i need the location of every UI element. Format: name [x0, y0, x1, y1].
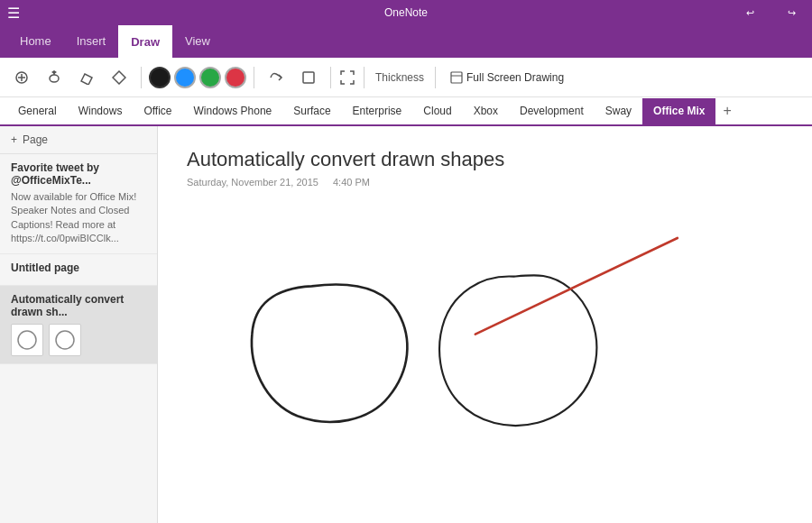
sep2 [254, 67, 254, 88]
nav-tab-enterprise[interactable]: Enterprise [342, 98, 413, 125]
svg-point-11 [18, 331, 36, 349]
sep3 [330, 67, 331, 88]
undo-btn[interactable]: ↩ [729, 0, 770, 25]
fullscreen-icon [450, 71, 463, 84]
page-title-untitled: Untitled page [11, 262, 146, 274]
tab-draw[interactable]: Draw [118, 25, 172, 58]
drawing-svg [187, 209, 783, 498]
svg-rect-8 [303, 72, 314, 83]
fullscreen-drawing-btn[interactable]: Full Screen Drawing [443, 68, 571, 87]
expand-icon [340, 70, 355, 85]
sep4 [364, 67, 364, 88]
nav-tab-xbox[interactable]: Xbox [463, 98, 509, 125]
drawing-canvas[interactable] [187, 209, 783, 498]
tab-insert[interactable]: Insert [64, 25, 119, 58]
eraser-icon [79, 70, 94, 85]
page-title-autoconvert: Automatically convert drawn sh... [11, 293, 146, 318]
thickness-label: Thickness [375, 71, 424, 84]
plus-icon: + [11, 133, 17, 146]
svg-marker-7 [113, 71, 125, 84]
svg-point-12 [56, 331, 74, 349]
add-page-btn[interactable]: + Page [0, 126, 157, 154]
page-preview-favtweet: Now available for Office Mix! Speaker No… [11, 190, 146, 246]
page-title-favtweet: Favorite tweet by @OfficeMixTe... [11, 161, 146, 187]
app-title: OneNote [384, 6, 428, 19]
window-controls: ↩ ↪ [729, 0, 812, 25]
lasso-icon [47, 70, 61, 85]
shape-convert-btn[interactable] [294, 63, 323, 92]
color-red[interactable] [225, 67, 246, 88]
svg-marker-5 [51, 70, 57, 74]
add-tab-btn[interactable]: + [715, 99, 738, 123]
sidebar-page-favtweet[interactable]: Favorite tweet by @OfficeMixTe... Now av… [0, 154, 157, 254]
page-meta: Saturday, November 21, 2015 4:40 PM [187, 177, 783, 188]
content-area: Automatically convert drawn shapes Satur… [158, 126, 812, 523]
ink-options-icon [269, 70, 283, 85]
undo-icon: ↩ [746, 7, 754, 19]
lasso-tool[interactable] [40, 63, 69, 92]
highlighter-icon [112, 70, 126, 85]
page-heading: Automatically convert drawn shapes [187, 148, 783, 171]
nav-tabs: General Windows Office Windows Phone Sur… [0, 97, 812, 126]
redo-btn[interactable]: ↪ [770, 0, 812, 25]
tab-home[interactable]: Home [7, 25, 64, 58]
ink-options-btn[interactable] [262, 63, 291, 92]
nav-tab-office[interactable]: Office [133, 98, 182, 125]
title-bar: ☰ OneNote ↩ ↪ [0, 0, 812, 25]
nav-tab-cloud[interactable]: Cloud [412, 98, 462, 125]
nav-tab-windows[interactable]: Windows [68, 98, 134, 125]
sep5 [435, 67, 436, 88]
shape-convert-icon [301, 70, 316, 85]
select-tool[interactable] [7, 63, 36, 92]
nav-tab-surface[interactable]: Surface [282, 98, 341, 125]
sidebar: + Page Favorite tweet by @OfficeMixTe...… [0, 126, 158, 523]
svg-line-13 [475, 238, 678, 335]
main-layout: + Page Favorite tweet by @OfficeMixTe...… [0, 126, 812, 523]
page-thumb-2 [49, 324, 81, 356]
svg-rect-9 [451, 72, 462, 83]
nav-tab-general[interactable]: General [7, 98, 68, 125]
fullscreen-label: Full Screen Drawing [466, 71, 564, 84]
color-black[interactable] [149, 67, 171, 88]
svg-point-3 [50, 75, 59, 82]
page-thumbs [11, 324, 146, 356]
nav-tab-windowsphone[interactable]: Windows Phone [183, 98, 283, 125]
eraser-tool[interactable] [72, 63, 101, 92]
page-thumb-1 [11, 324, 43, 356]
page-date: Saturday, November 21, 2015 [187, 177, 318, 188]
select-icon [14, 70, 29, 85]
nav-tab-development[interactable]: Development [509, 98, 595, 125]
hamburger-menu[interactable]: ☰ [7, 5, 20, 22]
toolbar: Thickness Full Screen Drawing [0, 58, 812, 97]
sep1 [141, 67, 142, 88]
color-green[interactable] [199, 67, 221, 88]
nav-tab-officemix[interactable]: Office Mix [642, 98, 715, 125]
color-blue[interactable] [174, 67, 196, 88]
sidebar-page-untitled[interactable]: Untitled page [0, 254, 157, 286]
add-page-label: Page [23, 133, 48, 146]
ribbon-tabs: Home Insert Draw View [0, 25, 812, 58]
redo-icon: ↪ [788, 7, 796, 19]
highlighter-tool[interactable] [105, 63, 134, 92]
tab-view[interactable]: View [172, 25, 223, 58]
nav-tab-sway[interactable]: Sway [595, 98, 642, 125]
svg-marker-6 [81, 74, 92, 85]
page-time: 4:40 PM [333, 177, 370, 188]
sidebar-page-autoconvert[interactable]: Automatically convert drawn sh... [0, 286, 157, 364]
